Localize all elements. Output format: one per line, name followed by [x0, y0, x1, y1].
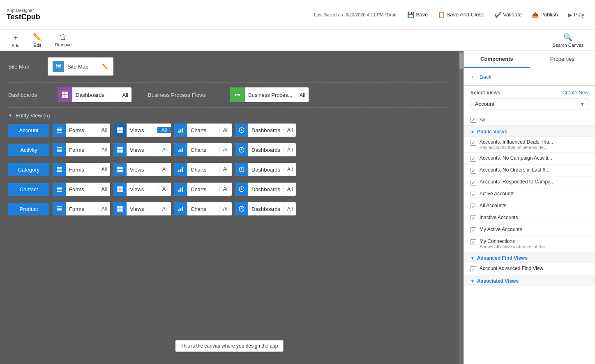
- entity-product-views[interactable]: ViewsAll: [113, 202, 171, 215]
- comp-all-forms[interactable]: All: [98, 127, 110, 133]
- entity-activity-views[interactable]: ViewsAll: [113, 143, 171, 156]
- entity-contact-views[interactable]: ViewsAll: [113, 183, 171, 196]
- comp-all-views[interactable]: All: [157, 127, 171, 133]
- entity-account-views[interactable]: ViewsAll: [113, 124, 171, 137]
- sitemap-item[interactable]: 🗺 Site Map ✏️: [48, 57, 113, 76]
- view-item[interactable]: ✓ All Accounts: [464, 200, 595, 212]
- entity-category-views[interactable]: ViewsAll: [113, 163, 171, 176]
- entity-product-charts[interactable]: ChartsAll: [174, 202, 232, 215]
- entity-category-dashboards[interactable]: DashboardsAll: [235, 163, 296, 176]
- canvas-scrollbar[interactable]: [459, 51, 464, 364]
- comp-all-dashboards[interactable]: All: [284, 206, 296, 212]
- comp-all-charts[interactable]: All: [219, 167, 232, 172]
- publish-button[interactable]: 📤 Publish: [528, 10, 562, 20]
- comp-all-views[interactable]: All: [159, 167, 171, 172]
- remove-button[interactable]: 🗑 Remove: [50, 31, 77, 49]
- comp-all-views[interactable]: All: [159, 147, 171, 153]
- entity-name-contact[interactable]: Contact: [8, 183, 49, 196]
- entity-account-charts[interactable]: ChartsAll: [174, 124, 232, 137]
- play-button[interactable]: ▶ Play: [564, 10, 588, 20]
- comp-all-dashboards[interactable]: All: [284, 186, 296, 192]
- all-check-row[interactable]: ✓ All: [464, 114, 595, 126]
- dashboards-all[interactable]: All: [119, 92, 131, 98]
- entity-name-activity[interactable]: Activity: [8, 144, 49, 156]
- public-views-header[interactable]: ▼ Public Views: [464, 126, 595, 137]
- view-item[interactable]: ✓ My Active Accounts: [464, 224, 595, 236]
- dashboards-component[interactable]: Dashboards All: [58, 87, 131, 102]
- svg-rect-0: [62, 92, 65, 95]
- entity-name-category[interactable]: Category: [8, 163, 49, 176]
- view-item[interactable]: ✓ Active Accounts: [464, 188, 595, 200]
- comp-all-forms[interactable]: All: [98, 167, 110, 172]
- comp-all-charts[interactable]: All: [219, 206, 232, 212]
- views-dropdown[interactable]: Account ▾: [470, 98, 588, 110]
- view-item[interactable]: ✓ Account Advanced Find View: [464, 263, 595, 275]
- canvas-area[interactable]: Site Map 🗺 Site Map ✏️ Dashboards: [0, 51, 459, 364]
- entity-account-dashboards[interactable]: DashboardsAll: [235, 124, 296, 137]
- advanced-find-collapse-icon: ▼: [470, 256, 475, 261]
- entity-name-product[interactable]: Product: [8, 203, 49, 215]
- entity-contact-charts[interactable]: ChartsAll: [174, 183, 232, 196]
- dashboards-icon: [235, 143, 248, 156]
- sitemap-edit-icon[interactable]: ✏️: [102, 64, 108, 70]
- entity-account-forms[interactable]: FormsAll: [53, 124, 110, 137]
- comp-all-views[interactable]: All: [159, 186, 171, 192]
- view-checkbox[interactable]: ✓: [470, 266, 476, 272]
- view-checkbox[interactable]: ✓: [470, 227, 476, 233]
- associated-views-header[interactable]: ▼ Associated Views: [464, 275, 595, 286]
- view-item[interactable]: ✓ My Connections Shows all active instan…: [464, 236, 595, 252]
- view-item[interactable]: ✓ Accounts: No Campaign Activiti...: [464, 153, 595, 165]
- view-checkbox[interactable]: ✓: [470, 156, 476, 162]
- view-checkbox[interactable]: ✓: [470, 204, 476, 209]
- entity-category-charts[interactable]: ChartsAll: [174, 163, 232, 176]
- view-item-name: Accounts: Responded to Campa...: [480, 179, 588, 185]
- entity-name-account[interactable]: Account: [8, 124, 49, 137]
- edit-button[interactable]: ✏️ Edit: [28, 31, 47, 49]
- validate-button[interactable]: ✔️ Validate: [490, 10, 526, 20]
- comp-all-dashboards[interactable]: All: [284, 127, 296, 133]
- tab-properties[interactable]: Properties: [530, 51, 595, 68]
- view-checkbox[interactable]: ✓: [470, 180, 476, 185]
- advanced-find-header[interactable]: ▼ Advanced Find Views: [464, 252, 595, 263]
- comp-all-forms[interactable]: All: [98, 206, 110, 212]
- view-item[interactable]: ✓ Accounts: No Orders in Last 6 ...: [464, 165, 595, 176]
- save-and-close-button[interactable]: 📋 Save And Close: [434, 10, 489, 20]
- svg-rect-59: [57, 211, 62, 211]
- comp-all-views[interactable]: All: [159, 206, 171, 212]
- view-checkbox[interactable]: ✓: [470, 168, 476, 174]
- entity-contact-forms[interactable]: FormsAll: [53, 183, 110, 196]
- add-button[interactable]: ＋ Add: [7, 31, 25, 50]
- create-new-link[interactable]: Create New: [563, 90, 588, 96]
- view-checkbox[interactable]: ✓: [470, 239, 476, 245]
- view-checkbox[interactable]: ✓: [470, 140, 476, 146]
- comp-all-charts[interactable]: All: [219, 127, 232, 133]
- save-button[interactable]: 💾 Save: [403, 10, 432, 20]
- entity-view-header[interactable]: ▼ Entity View (5): [8, 112, 450, 119]
- entity-activity-charts[interactable]: ChartsAll: [174, 143, 232, 156]
- bpf-component[interactable]: Business Proces... All: [230, 87, 309, 102]
- canvas-scroll-thumb[interactable]: [459, 53, 463, 69]
- view-item[interactable]: ✓ Accounts: Influenced Deals Tha... Key …: [464, 137, 595, 153]
- entity-category-forms[interactable]: FormsAll: [53, 163, 110, 176]
- search-canvas-button[interactable]: 🔍 Search Canvas: [548, 31, 588, 49]
- comp-all-dashboards[interactable]: All: [284, 147, 296, 153]
- entity-product-dashboards[interactable]: DashboardsAll: [235, 202, 296, 215]
- bpf-all[interactable]: All: [296, 92, 309, 98]
- comp-all-charts[interactable]: All: [219, 147, 232, 153]
- view-item[interactable]: ✓ Inactive Accounts: [464, 212, 595, 224]
- comp-all-charts[interactable]: All: [219, 186, 232, 192]
- comp-all-forms[interactable]: All: [98, 186, 110, 192]
- view-item[interactable]: ✓ Accounts: Responded to Campa...: [464, 176, 595, 188]
- svg-rect-57: [57, 208, 62, 208]
- entity-activity-forms[interactable]: FormsAll: [53, 143, 110, 156]
- entity-product-forms[interactable]: FormsAll: [53, 202, 110, 215]
- tab-components[interactable]: Components: [464, 51, 530, 68]
- view-checkbox[interactable]: ✓: [470, 215, 476, 221]
- comp-all-dashboards[interactable]: All: [284, 167, 296, 172]
- view-checkbox[interactable]: ✓: [470, 192, 476, 197]
- all-checkbox[interactable]: ✓: [470, 117, 476, 123]
- back-button[interactable]: ← Back: [464, 68, 595, 86]
- entity-activity-dashboards[interactable]: DashboardsAll: [235, 143, 296, 156]
- comp-all-forms[interactable]: All: [98, 147, 110, 153]
- entity-contact-dashboards[interactable]: DashboardsAll: [235, 183, 296, 196]
